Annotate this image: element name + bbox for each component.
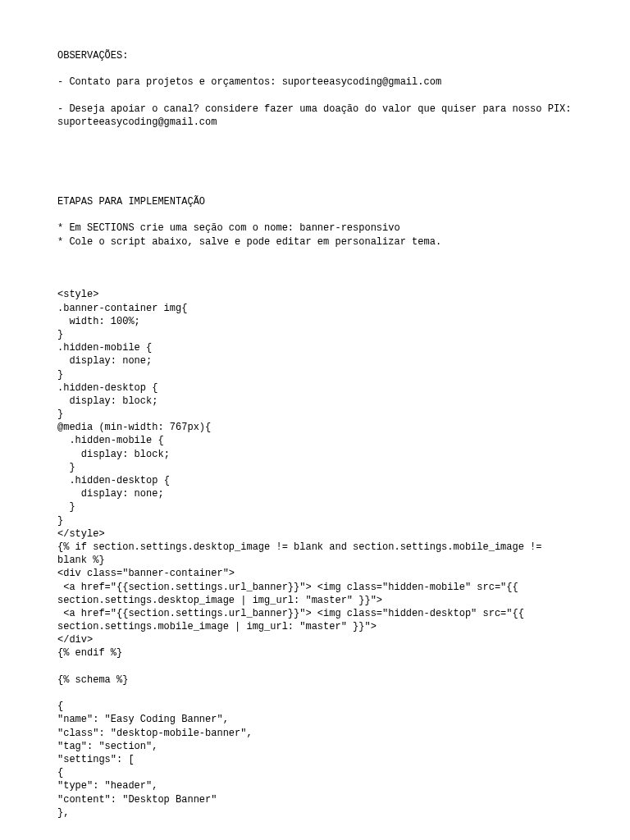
document-page: OBSERVAÇÕES: - Contato para projetos e o… bbox=[0, 0, 630, 840]
code-line: } bbox=[57, 515, 63, 527]
step-1: * Em SECTIONS crie uma seção com o nome:… bbox=[57, 222, 400, 234]
code-line: <a href="{{section.settings.url_banner}}… bbox=[57, 582, 524, 606]
code-line: }, bbox=[57, 807, 69, 819]
code-line: .hidden-desktop { bbox=[57, 475, 170, 486]
code-line: display: none; bbox=[57, 488, 164, 500]
code-line: "tag": "section", bbox=[57, 741, 158, 752]
code-line: display: block; bbox=[57, 395, 158, 407]
code-line: } bbox=[57, 409, 63, 420]
code-line: width: 100%; bbox=[57, 316, 140, 327]
code-line: { bbox=[57, 701, 63, 712]
code-line: display: none; bbox=[57, 355, 152, 367]
heading-observacoes: OBSERVAÇÕES: bbox=[57, 50, 128, 62]
code-line: <div class="banner-container"> bbox=[57, 568, 235, 579]
code-line: <a href="{{section.settings.url_banner}}… bbox=[57, 608, 530, 632]
code-line: @media (min-width: 767px){ bbox=[57, 422, 211, 433]
code-line: {% schema %} bbox=[57, 674, 128, 686]
code-line: "content": "Desktop Banner" bbox=[57, 794, 217, 806]
code-line: } bbox=[57, 462, 75, 473]
code-line: } bbox=[57, 329, 63, 340]
code-line: </div> bbox=[57, 634, 93, 646]
code-line: "type": "header", bbox=[57, 780, 158, 792]
code-line: "class": "desktop-mobile-banner", bbox=[57, 728, 253, 739]
step-2: * Cole o script abaixo, salve e pode edi… bbox=[57, 236, 441, 248]
code-line: .hidden-mobile { bbox=[57, 435, 164, 446]
code-line: <style> bbox=[57, 289, 98, 300]
line-support: - Deseja apoiar o canal? considere fazer… bbox=[57, 103, 578, 128]
code-line: .banner-container img{ bbox=[57, 303, 187, 314]
code-line: "settings": [ bbox=[57, 754, 135, 765]
code-line: .hidden-desktop { bbox=[57, 382, 158, 394]
heading-etapas: ETAPAS PARA IMPLEMENTAÇÃO bbox=[57, 196, 205, 208]
code-line: { bbox=[57, 767, 63, 778]
code-line: display: block; bbox=[57, 449, 170, 460]
code-line: {% if section.settings.desktop_image != … bbox=[57, 541, 548, 566]
line-contact: - Contato para projetos e orçamentos: su… bbox=[57, 76, 441, 88]
code-line: {% endif %} bbox=[57, 647, 122, 659]
code-line: } bbox=[57, 501, 75, 513]
code-line: "name": "Easy Coding Banner", bbox=[57, 714, 229, 725]
code-line: </style> bbox=[57, 528, 105, 540]
code-line: .hidden-mobile { bbox=[57, 342, 152, 354]
code-line: } bbox=[57, 369, 63, 381]
